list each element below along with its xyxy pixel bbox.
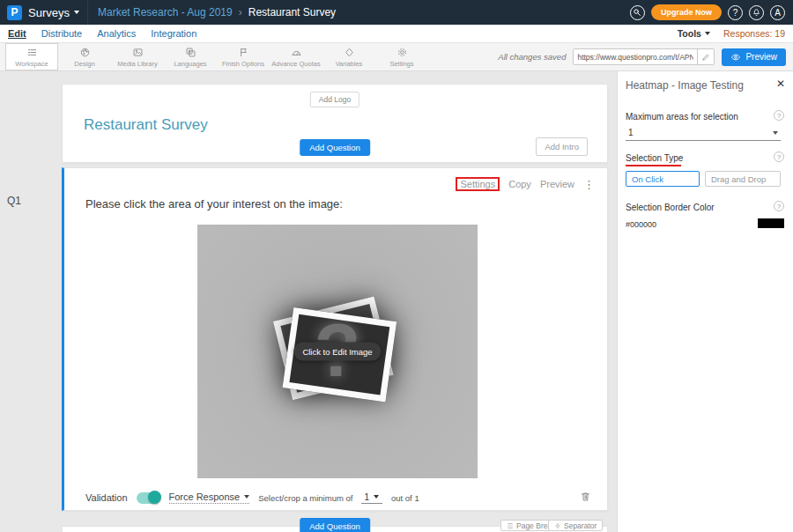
finish-options-icon: [238, 47, 249, 58]
editor-toolbar: Workspace Design Media Library Lang: [0, 43, 793, 71]
bell-icon[interactable]: [749, 5, 764, 20]
separator-icon: [554, 522, 561, 529]
page-break-icon: [507, 522, 514, 529]
upgrade-now-button[interactable]: Upgrade Now: [651, 4, 722, 20]
workspace-icon: [26, 47, 38, 58]
add-question-button-bottom[interactable]: Add Question: [300, 518, 370, 532]
tools-label: Tools: [678, 28, 701, 39]
min-selection-value: 1: [364, 492, 369, 502]
separator-button[interactable]: Separator: [548, 520, 603, 531]
border-color-swatch[interactable]: [758, 218, 784, 228]
top-bar: P Surveys Market Research - Aug 2019 › R…: [0, 0, 793, 25]
question-copy-button[interactable]: Copy: [508, 179, 531, 189]
validation-label: Validation: [85, 492, 128, 503]
breadcrumb-parent[interactable]: Market Research - Aug 2019: [98, 6, 233, 18]
annotation-settings-box: Settings: [456, 177, 500, 191]
min-selection-suffix: out of 1: [391, 493, 419, 503]
topbar-actions: Upgrade Now ? A: [630, 4, 793, 20]
question-actions: Settings Copy Preview ⋮: [456, 177, 595, 191]
tab-distribute[interactable]: Distribute: [41, 28, 82, 39]
help-icon[interactable]: ?: [774, 151, 784, 162]
topbar-divider: [87, 0, 88, 25]
product-switcher-label[interactable]: Surveys: [28, 6, 70, 19]
survey-canvas: Add Logo Restaurant Survey Add Question …: [0, 71, 617, 532]
toolbar-item-workspace[interactable]: Workspace: [5, 43, 58, 70]
tab-integration[interactable]: Integration: [151, 28, 196, 39]
toolbar-item-finish-options[interactable]: Finish Options: [217, 43, 270, 70]
question-settings-button[interactable]: Settings: [460, 179, 495, 189]
validation-type-dropdown[interactable]: Force Response: [169, 491, 250, 504]
toolbar-item-languages[interactable]: Languages: [164, 43, 217, 70]
toolbar-label: Advance Quotas: [271, 60, 320, 68]
chevron-down-icon[interactable]: [74, 11, 79, 14]
search-icon[interactable]: [630, 5, 645, 20]
nav-bar: Edit Distribute Analytics Integration To…: [0, 25, 793, 43]
question-preview-button[interactable]: Preview: [540, 179, 574, 189]
media-library-icon: [132, 47, 144, 58]
preview-button[interactable]: Preview: [722, 48, 786, 66]
validation-toggle[interactable]: [137, 492, 160, 504]
close-icon[interactable]: ✕: [776, 78, 785, 90]
question-settings-panel: Heatmap - Image Testing ✕ Maximum areas …: [617, 71, 793, 532]
max-areas-value: 1: [628, 128, 634, 137]
languages-icon: [185, 47, 196, 58]
validation-type-value: Force Response: [169, 491, 241, 502]
toggle-knob: [148, 491, 161, 504]
help-icon[interactable]: ?: [728, 5, 743, 20]
toolbar-item-settings[interactable]: Settings: [375, 43, 428, 70]
chevron-down-icon: [244, 495, 249, 499]
edit-url-icon[interactable]: [697, 48, 714, 65]
breadcrumb-current: Restaurant Survey: [248, 6, 336, 18]
advance-quotas-icon: [291, 47, 302, 58]
question-image-placeholder[interactable]: ? Click to Edit Image: [197, 225, 478, 478]
toolbar-item-design[interactable]: Design: [58, 43, 111, 70]
min-selection-dropdown[interactable]: 1: [361, 492, 382, 504]
toolbar-item-advance-quotas[interactable]: Advance Quotas: [270, 43, 322, 70]
delete-question-icon[interactable]: [580, 491, 591, 505]
survey-url-group: [573, 48, 715, 65]
toolbar-label: Variables: [336, 60, 363, 68]
click-to-edit-image-button[interactable]: Click to Edit Image: [293, 343, 381, 361]
tab-edit[interactable]: Edit: [8, 28, 26, 39]
question-text[interactable]: Please click the area of your interest o…: [85, 197, 343, 211]
help-icon[interactable]: ?: [774, 110, 784, 121]
survey-url-input[interactable]: [574, 49, 697, 64]
design-icon: [79, 47, 91, 58]
variables-icon: [344, 47, 355, 58]
tools-menu[interactable]: Tools: [678, 28, 710, 39]
survey-title[interactable]: Restaurant Survey: [84, 116, 208, 134]
selection-type-drag-drop-button[interactable]: Drag and Drop: [705, 171, 781, 187]
avatar[interactable]: A: [770, 5, 785, 20]
chevron-down-icon: [374, 495, 379, 499]
toolbar-label: Languages: [174, 60, 206, 68]
add-question-button-top[interactable]: Add Question: [300, 139, 370, 156]
selection-type-on-click-button[interactable]: On Click: [626, 171, 700, 187]
toolbar-label: Design: [74, 60, 94, 68]
toolbar-item-media-library[interactable]: Media Library: [111, 43, 164, 70]
separator-label: Separator: [564, 521, 597, 530]
add-logo-button[interactable]: Add Logo: [310, 92, 359, 107]
panel-title: Heatmap - Image Testing: [626, 79, 744, 92]
help-icon[interactable]: ?: [774, 201, 784, 211]
chevron-down-icon: [705, 32, 710, 35]
tab-analytics[interactable]: Analytics: [97, 28, 136, 39]
validation-row: Validation Force Response Select/crop a …: [85, 491, 591, 505]
border-color-value[interactable]: #000000: [626, 220, 656, 229]
question-card: Settings Copy Preview ⋮ Please click the…: [62, 167, 608, 511]
max-areas-select[interactable]: 1: [626, 125, 781, 141]
responses-count[interactable]: Responses: 19: [723, 28, 785, 39]
toolbar-item-variables[interactable]: Variables: [322, 43, 375, 70]
toolbar-label: Workspace: [15, 60, 48, 68]
questionpro-logo[interactable]: P: [7, 5, 22, 20]
toolbar-label: Finish Options: [222, 60, 264, 68]
kebab-menu-icon[interactable]: ⋮: [583, 178, 595, 191]
add-intro-button[interactable]: Add Intro: [536, 137, 588, 156]
survey-header-card: Add Logo Restaurant Survey Add Question …: [62, 84, 608, 163]
breadcrumb-separator: ›: [239, 6, 242, 18]
app-window: P Surveys Market Research - Aug 2019 › R…: [0, 0, 793, 532]
border-color-label: Selection Border Color: [626, 203, 715, 212]
max-areas-label: Maximum areas for selection: [626, 112, 738, 122]
selection-type-label: Selection Type: [626, 153, 683, 163]
annotation-selection-type-underline: [626, 165, 681, 166]
question-number-label: Q1: [7, 195, 21, 207]
